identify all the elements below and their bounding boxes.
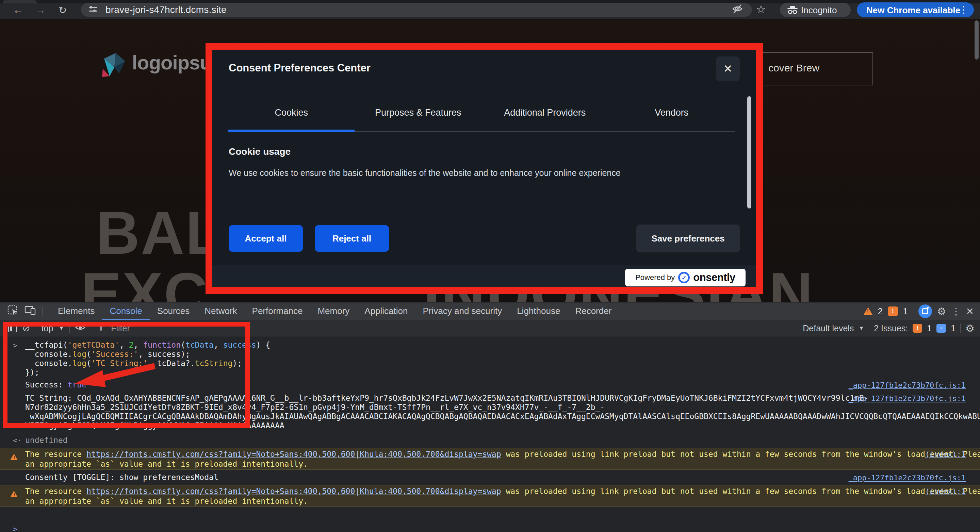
devtools-menu-icon[interactable]: ⋮ bbox=[951, 306, 961, 317]
devtools-tab-elements[interactable]: Elements bbox=[50, 302, 102, 320]
consent-preferences-modal: Consent Preferences Center ✕ Cookies Pur… bbox=[212, 50, 756, 287]
device-toolbar-icon[interactable] bbox=[24, 305, 36, 318]
issues-info-icon: ≡ bbox=[937, 324, 946, 333]
red-annotation-arrow bbox=[70, 361, 158, 392]
chevron-down-icon: ▼ bbox=[859, 325, 864, 331]
console-return-value: undefined bbox=[25, 436, 68, 445]
font-url-link[interactable]: https://fonts.cmsfly.com/css?family=Noto… bbox=[86, 487, 501, 495]
modal-title: Consent Preferences Center bbox=[229, 62, 371, 74]
warnings-icon[interactable] bbox=[863, 307, 873, 315]
new-chrome-available-button[interactable]: New Chrome available ⋮ bbox=[857, 2, 974, 17]
issues-error-count: 1 bbox=[927, 324, 932, 333]
modal-tabs: Cookies Purposes & Features Additional P… bbox=[228, 94, 735, 131]
warning-triangle-icon[interactable] bbox=[10, 491, 18, 497]
close-icon: ✕ bbox=[716, 56, 740, 81]
accept-all-button[interactable]: Accept all bbox=[229, 225, 303, 252]
tab-purposes-features[interactable]: Purposes & Features bbox=[355, 94, 482, 131]
devtools-tab-bar: Elements Console Sources Network Perform… bbox=[0, 302, 980, 320]
modal-scrollbar-thumb[interactable] bbox=[747, 96, 751, 208]
errors-icon[interactable]: ! bbox=[888, 306, 898, 316]
incognito-badge: Incognito bbox=[780, 3, 851, 17]
devtools-tab-console[interactable]: Console bbox=[102, 302, 150, 320]
source-link[interactable]: (index):1 bbox=[925, 450, 966, 459]
ai-assistant-icon[interactable] bbox=[918, 305, 932, 318]
hero-text-line1: BAL bbox=[96, 198, 224, 268]
forward-button[interactable]: → bbox=[35, 4, 46, 16]
console-prompt-chevron[interactable]: > bbox=[13, 525, 18, 532]
warnings-count: 2 bbox=[878, 306, 883, 316]
consently-logo-icon: ✓ bbox=[678, 272, 690, 283]
tab-vendors[interactable]: Vendors bbox=[608, 94, 735, 131]
devtools-tabs: Elements Console Sources Network Perform… bbox=[50, 302, 619, 320]
incognito-icon bbox=[787, 5, 798, 16]
browser-menu-icon[interactable]: ⋮ bbox=[959, 4, 969, 15]
console-row-separator bbox=[0, 434, 980, 434]
active-tab-indicator bbox=[228, 130, 355, 132]
discover-brew-label: cover Brew bbox=[768, 62, 819, 74]
console-return-icon: <· bbox=[13, 436, 22, 445]
devtools-settings-icon[interactable]: ⚙ bbox=[937, 305, 946, 318]
page-scrollbar-thumb[interactable] bbox=[975, 21, 978, 60]
devtools-tab-privacy-security[interactable]: Privacy and security bbox=[415, 302, 510, 320]
log-levels-selector[interactable]: Default levels bbox=[803, 324, 854, 333]
bookmark-star-icon[interactable]: ☆ bbox=[756, 3, 766, 16]
console-warning-row: The resource https://fonts.cmsfly.com/cs… bbox=[0, 485, 980, 507]
consently-brand-text: onsently bbox=[693, 272, 735, 284]
warning-triangle-icon[interactable] bbox=[10, 454, 18, 460]
url-text: brave-jori-s47hcrlt.dcms.site bbox=[105, 5, 227, 15]
source-link[interactable]: _app-127fb1e2c73b70fc.js:1 bbox=[849, 394, 966, 403]
source-link[interactable]: _app-127fb1e2c73b70fc.js:1 bbox=[849, 381, 966, 389]
console-log-toggle: Consently [TOGGLE]: show preferencesModa… bbox=[25, 473, 218, 482]
devtools-tab-sources[interactable]: Sources bbox=[150, 302, 197, 320]
active-tab-hint[interactable] bbox=[3, 0, 37, 3]
devtools-tab-performance[interactable]: Performance bbox=[245, 302, 310, 320]
issues-error-icon: ! bbox=[913, 324, 922, 333]
back-button[interactable]: ← bbox=[13, 4, 24, 16]
tab-additional-providers[interactable]: Additional Providers bbox=[482, 94, 608, 131]
hero-text-line2-left: EXC bbox=[81, 259, 208, 302]
toolbar-separator bbox=[42, 306, 43, 316]
devtools-tab-memory[interactable]: Memory bbox=[310, 302, 357, 320]
devtools-tab-network[interactable]: Network bbox=[197, 302, 244, 320]
devtools-close-icon[interactable]: ✕ bbox=[966, 306, 974, 317]
tab-cookies[interactable]: Cookies bbox=[228, 94, 355, 131]
source-link[interactable]: _app-127fb1e2c73b70fc.js:1 bbox=[849, 473, 966, 482]
cookie-usage-description: We use cookies to ensure the basic funct… bbox=[229, 168, 620, 178]
logoipsum-icon bbox=[102, 52, 127, 81]
console-settings-icon[interactable]: ⚙ bbox=[966, 322, 975, 334]
issues-info-count: 1 bbox=[951, 324, 956, 333]
console-warning-row: The resource https://fonts.cmsfly.com/cs… bbox=[0, 448, 980, 470]
modal-close-button[interactable]: ✕ bbox=[716, 56, 740, 81]
source-link[interactable]: (index):1 bbox=[925, 487, 966, 495]
incognito-label: Incognito bbox=[801, 5, 837, 16]
inspect-element-icon[interactable] bbox=[8, 305, 18, 318]
browser-toolbar: ← → ↻ brave-jori-s47hcrlt.dcms.site ☆ bbox=[0, 0, 980, 19]
site-info-icon[interactable] bbox=[89, 6, 97, 14]
cookie-usage-heading: Cookie usage bbox=[229, 146, 291, 157]
font-url-link[interactable]: https://fonts.cmsfly.com/css?family=Noto… bbox=[86, 450, 501, 459]
reject-all-button[interactable]: Reject all bbox=[315, 225, 389, 252]
new-chrome-available-label: New Chrome available bbox=[866, 5, 960, 16]
devtools-tab-recorder[interactable]: Recorder bbox=[568, 302, 619, 320]
screen: ← → ↻ brave-jori-s47hcrlt.dcms.site ☆ bbox=[0, 0, 980, 532]
devtools-tab-application[interactable]: Application bbox=[357, 302, 415, 320]
errors-count: 1 bbox=[903, 306, 908, 316]
toolbar-separator bbox=[913, 306, 913, 316]
powered-by-badge[interactable]: Powered by ✓ onsently bbox=[625, 269, 746, 286]
eye-off-icon[interactable] bbox=[732, 3, 743, 16]
toolbar-separator bbox=[960, 324, 961, 333]
devtools-tab-lighthouse[interactable]: Lighthouse bbox=[509, 302, 568, 320]
address-bar[interactable]: brave-jori-s47hcrlt.dcms.site bbox=[81, 3, 752, 17]
red-annotation-modal-box: Consent Preferences Center ✕ Cookies Pur… bbox=[205, 43, 763, 294]
console-row-separator bbox=[0, 521, 980, 521]
save-preferences-button[interactable]: Save preferences bbox=[636, 224, 740, 253]
powered-by-label: Powered by bbox=[635, 273, 675, 282]
issues-label[interactable]: 2 Issues: bbox=[874, 324, 908, 333]
reload-button[interactable]: ↻ bbox=[59, 5, 67, 16]
